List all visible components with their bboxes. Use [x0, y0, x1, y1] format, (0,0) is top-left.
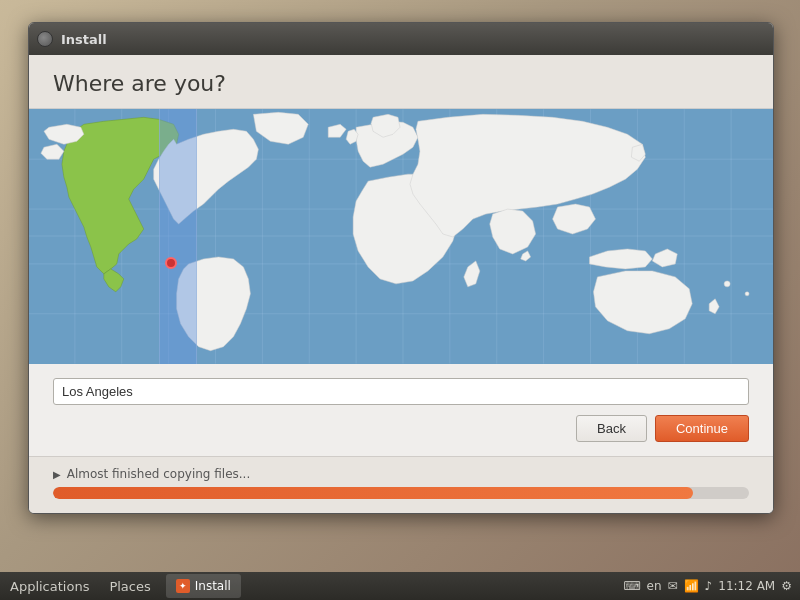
close-button[interactable]: [37, 31, 53, 47]
keyboard-icon[interactable]: ⌨: [623, 579, 640, 593]
progress-bar-background: [53, 487, 749, 499]
network-icon[interactable]: 📶: [684, 579, 699, 593]
taskbar: Applications Places ✦ Install ⌨ en ✉ 📶 ♪…: [0, 572, 800, 600]
install-window: Install Where are you?: [28, 22, 774, 514]
install-window-icon: ✦: [176, 579, 190, 593]
window-header: Where are you?: [29, 55, 773, 109]
progress-bar-fill: [53, 487, 693, 499]
progress-area: ▶ Almost finished copying files...: [29, 456, 773, 513]
page-heading: Where are you?: [53, 71, 749, 96]
button-row: Back Continue: [53, 415, 749, 442]
back-button[interactable]: Back: [576, 415, 647, 442]
svg-point-22: [745, 292, 749, 296]
volume-icon[interactable]: ♪: [705, 579, 713, 593]
mail-icon[interactable]: ✉: [668, 579, 678, 593]
taskbar-right: ⌨ en ✉ 📶 ♪ 11:12 AM ⚙: [615, 579, 800, 593]
world-map[interactable]: [29, 109, 773, 364]
applications-menu[interactable]: Applications: [0, 572, 99, 600]
progress-label: ▶ Almost finished copying files...: [53, 467, 749, 481]
progress-arrow-icon: ▶: [53, 469, 61, 480]
desktop: Install Where are you?: [0, 0, 800, 600]
location-input[interactable]: [53, 378, 749, 405]
settings-icon[interactable]: ⚙: [781, 579, 792, 593]
clock[interactable]: 11:12 AM: [718, 579, 775, 593]
map-container[interactable]: [29, 109, 773, 364]
places-menu[interactable]: Places: [99, 572, 160, 600]
taskbar-window-label: Install: [195, 579, 231, 593]
location-pin: [165, 257, 177, 269]
progress-text: Almost finished copying files...: [67, 467, 251, 481]
timezone-strip: [159, 109, 197, 364]
window-title: Install: [61, 32, 107, 47]
form-area: Back Continue: [29, 364, 773, 456]
svg-point-21: [724, 281, 730, 287]
taskbar-window-install[interactable]: ✦ Install: [166, 574, 241, 598]
continue-button[interactable]: Continue: [655, 415, 749, 442]
lang-indicator[interactable]: en: [647, 579, 662, 593]
taskbar-left: Applications Places ✦ Install: [0, 572, 615, 600]
titlebar: Install: [29, 23, 773, 55]
